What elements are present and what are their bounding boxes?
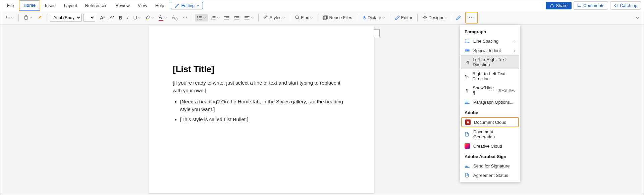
align-left-icon xyxy=(245,15,250,20)
more-font-button[interactable]: ⋯ xyxy=(181,14,189,21)
shrink-font-icon: A▾ xyxy=(110,15,114,20)
tab-home[interactable]: Home xyxy=(19,1,40,10)
format-painter-button[interactable] xyxy=(35,14,44,21)
menu-label: Line Spacing xyxy=(473,39,498,44)
menu-bar: File Home Insert Layout References Revie… xyxy=(0,0,644,11)
menu-line-spacing[interactable]: Line Spacing › xyxy=(460,36,520,46)
font-size-select[interactable]: 15 xyxy=(84,14,95,21)
tab-file[interactable]: File xyxy=(3,1,18,10)
styles-button[interactable]: Styles xyxy=(261,14,287,22)
font-color-button[interactable]: A xyxy=(157,13,169,22)
list-item[interactable]: [Need a heading? On the Home tab, in the… xyxy=(180,98,350,113)
divider xyxy=(258,14,259,21)
catchup-button[interactable]: Catch up xyxy=(610,1,641,10)
comments-button[interactable]: Comments xyxy=(574,1,608,10)
top-right-actions: Share Comments Catch up xyxy=(546,1,641,10)
highlight-button[interactable] xyxy=(143,14,156,21)
menu-section-acrobat-sign: Adobe Acrobat Sign xyxy=(460,152,520,161)
ink-button[interactable] xyxy=(454,14,463,22)
svg-point-24 xyxy=(296,16,299,19)
tab-view[interactable]: View xyxy=(134,1,151,10)
svg-rect-33 xyxy=(465,103,470,104)
document-page[interactable]: [List Title] [If you're ready to write, … xyxy=(149,26,374,193)
highlight-icon xyxy=(145,15,150,20)
ellipsis-icon: ⋯ xyxy=(183,15,187,20)
menu-label: Agreement Status xyxy=(473,173,508,178)
ribbon-collapse-button[interactable] xyxy=(634,15,641,21)
undo-button[interactable] xyxy=(3,14,16,21)
tab-references[interactable]: References xyxy=(81,1,111,10)
ellipsis-icon: ⋯ xyxy=(469,14,475,21)
clear-format-button[interactable]: A◇ xyxy=(170,13,180,22)
styles-label: Styles xyxy=(270,15,281,20)
bold-button[interactable]: B xyxy=(117,13,124,22)
list-item[interactable]: [This style is called List Bullet.] xyxy=(180,115,350,123)
shrink-font-button[interactable]: A▾ xyxy=(108,14,116,21)
menu-show-hide[interactable]: ¶ Show/Hide ¶ ⌘+Shift+8 xyxy=(460,83,520,97)
chevron-down-icon xyxy=(30,16,32,19)
tab-review[interactable]: Review xyxy=(111,1,134,10)
tab-layout[interactable]: Layout xyxy=(60,1,81,10)
align-button[interactable] xyxy=(243,14,256,21)
font-family-select[interactable]: Arial (Body) xyxy=(50,14,82,21)
grow-font-button[interactable]: A▴ xyxy=(98,13,107,22)
menu-creative-cloud[interactable]: Creative Cloud xyxy=(460,141,520,151)
document-paragraph[interactable]: [If you're ready to write, just select a… xyxy=(173,79,350,94)
more-options-button[interactable]: ⋯ xyxy=(467,13,477,22)
paste-button[interactable] xyxy=(21,13,34,22)
svg-rect-31 xyxy=(465,101,470,101)
menu-label: Special Indent xyxy=(473,48,501,53)
numbering-button[interactable]: 123 xyxy=(209,14,222,21)
designer-label: Designer xyxy=(429,15,446,20)
menu-document-generation[interactable]: Document Generation xyxy=(460,127,520,141)
menu-paragraph-options[interactable]: Paragraph Options... xyxy=(460,97,520,107)
find-button[interactable]: Find xyxy=(293,14,315,21)
chevron-down-icon xyxy=(151,16,154,19)
pencil-icon xyxy=(174,3,179,8)
designer-button[interactable]: Designer xyxy=(420,14,448,22)
chevron-down-icon xyxy=(11,16,14,19)
editor-icon xyxy=(395,15,400,20)
chevron-down-icon xyxy=(203,16,206,19)
pilcrow-icon: ¶ xyxy=(465,88,469,93)
editor-button[interactable]: Editor xyxy=(393,14,415,22)
document-bullet-list[interactable]: [Need a heading? On the Home tab, in the… xyxy=(173,98,350,123)
svg-text:3: 3 xyxy=(211,18,212,20)
bullets-button[interactable] xyxy=(195,14,208,21)
share-button[interactable]: Share xyxy=(546,2,572,9)
menu-agreement-status[interactable]: Agreement Status xyxy=(460,170,520,180)
underline-button[interactable]: U xyxy=(131,13,143,22)
comments-label: Comments xyxy=(583,3,604,8)
svg-rect-28 xyxy=(465,49,470,50)
menu-document-cloud[interactable]: A Document Cloud xyxy=(462,118,518,127)
bullets-icon xyxy=(197,15,202,20)
indent-icon xyxy=(465,48,470,53)
styles-icon xyxy=(263,15,269,20)
divider xyxy=(47,14,47,21)
editing-mode-button[interactable]: Editing xyxy=(171,2,203,9)
tab-help[interactable]: Help xyxy=(151,1,168,10)
svg-rect-20 xyxy=(234,19,239,19)
increase-indent-button[interactable] xyxy=(232,14,242,21)
menu-special-indent[interactable]: Special Indent › xyxy=(460,46,520,55)
reuse-files-button[interactable]: Reuse Files xyxy=(321,14,354,22)
menu-rtl-direction[interactable]: ¶‹ Right-to-Left Text Direction xyxy=(460,69,520,83)
document-title[interactable]: [List Title] xyxy=(173,64,350,75)
chevron-down-icon xyxy=(310,16,313,19)
font-color-icon: A xyxy=(159,14,163,21)
svg-rect-18 xyxy=(234,16,239,17)
svg-rect-6 xyxy=(199,17,202,18)
undo-icon xyxy=(5,15,10,20)
divider xyxy=(357,14,357,21)
dictate-button[interactable]: Dictate xyxy=(360,14,387,22)
ltr-icon: ›¶ xyxy=(465,59,469,65)
menu-send-signature[interactable]: Send for Signature xyxy=(460,161,520,170)
menu-ltr-direction[interactable]: ›¶ Left-to-Right Text Direction xyxy=(461,55,519,69)
mic-icon xyxy=(362,15,367,20)
dictate-label: Dictate xyxy=(368,15,381,20)
italic-button[interactable]: I xyxy=(125,13,131,22)
comment-icon xyxy=(577,3,582,8)
tab-insert[interactable]: Insert xyxy=(41,1,60,10)
divider xyxy=(417,14,418,21)
decrease-indent-button[interactable] xyxy=(222,14,232,21)
